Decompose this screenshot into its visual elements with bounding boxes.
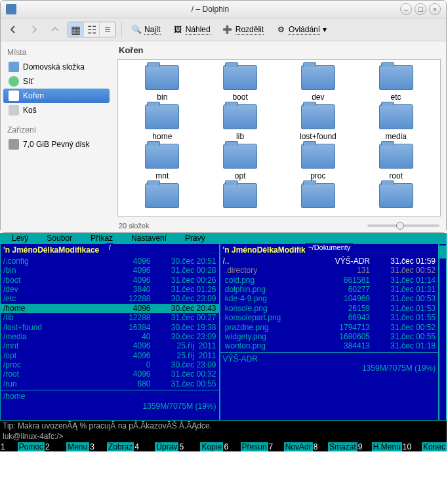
compact-view-button[interactable]: ☷ — [84, 22, 100, 37]
split-button[interactable]: ➕ Rozdělit — [218, 22, 268, 37]
mc-file-row[interactable]: widgety.png168060531.čec 00:55 — [220, 332, 439, 341]
mc-file-row[interactable]: /root409631.čec 00:32 — [1, 369, 219, 379]
folder-item[interactable] — [123, 183, 201, 211]
folder-icon — [145, 183, 179, 208]
mc-menu-left[interactable]: Levý — [3, 234, 37, 243]
folder-icon — [301, 183, 335, 208]
folder-item[interactable]: etc — [357, 65, 435, 102]
mc-file-row[interactable]: dolphin.png6027731.čec 01:31 — [220, 285, 439, 294]
icons-view-button[interactable]: ▦ — [68, 22, 84, 37]
mc-left-panel[interactable]: / 'n JménoDélkaModifikace /.config409630… — [0, 243, 220, 421]
back-button[interactable] — [5, 21, 22, 38]
folder-item[interactable]: mnt — [123, 144, 201, 180]
mc-menu-file[interactable]: Soubor — [37, 234, 81, 243]
details-view-button[interactable]: ≡ — [100, 22, 115, 37]
folder-item[interactable]: bin — [123, 65, 201, 102]
file-view[interactable]: binbootdevetchomeliblost+foundmediamntop… — [117, 59, 441, 217]
folder-item[interactable]: home — [123, 104, 201, 141]
fkey-7[interactable]: 7NovAdr — [268, 442, 313, 451]
mc-file-row[interactable]: wonton.png38441331.čec 01:18 — [220, 341, 439, 350]
slider-thumb[interactable] — [396, 222, 404, 230]
mc-file-row[interactable]: /media4030.čec 23:09 — [1, 332, 219, 341]
mc-file-row[interactable]: /boot409631.čec 00:26 — [1, 276, 219, 285]
mc-file-row[interactable]: prazdne.png179471331.čec 00:52 — [220, 323, 439, 332]
mc-file-row[interactable]: /bin409631.čec 00:28 — [1, 266, 219, 275]
mc-menu-right[interactable]: Pravý — [176, 234, 214, 243]
mc-file-row[interactable]: cold.png86158131.čec 01:14 — [220, 276, 439, 285]
folder-label: opt — [235, 171, 246, 180]
devices-heading: Zařízení — [3, 123, 110, 137]
fkey-3[interactable]: 3Zobraz — [89, 442, 134, 451]
folder-icon — [301, 144, 335, 169]
mc-menu-command[interactable]: Příkaz — [81, 234, 122, 243]
mc-file-row[interactable]: /dev384031.čec 01:26 — [1, 285, 219, 294]
folder-item[interactable]: proc — [279, 144, 357, 180]
sidebar-item-trash[interactable]: Koš — [3, 103, 110, 117]
item-count: 20 složek — [119, 222, 149, 230]
mc-prompt[interactable]: luk@linux-4afc:/> — [0, 431, 447, 442]
fkey-2[interactable]: 2Menu — [45, 442, 89, 451]
folder-item[interactable] — [279, 183, 357, 211]
location-heading: Kořen — [112, 41, 446, 59]
mc-file-row[interactable]: konsolepart.png6694331.čec 01:55 — [220, 313, 439, 322]
sidebar-item-root[interactable]: Kořen — [3, 89, 110, 103]
mc-file-row[interactable]: /mnt409625.říj 2011 — [1, 341, 219, 350]
mc-file-row[interactable]: /proc030.čec 23:09 — [1, 360, 219, 369]
sidebar-item-home[interactable]: Domovská složka — [3, 60, 110, 74]
folder-item[interactable]: root — [357, 144, 435, 180]
mc-file-row[interactable]: /.config409630.čec 20:51 — [1, 257, 219, 266]
fkey-6[interactable]: 6Přesun — [223, 442, 268, 451]
trash-icon — [9, 105, 19, 115]
zoom-slider[interactable] — [367, 224, 439, 227]
close-button[interactable]: × — [429, 3, 441, 15]
sidebar-item-network[interactable]: Síť — [3, 74, 110, 89]
mc-file-row[interactable]: konsole.png2615931.čec 01:53 — [220, 304, 439, 313]
fkey-9[interactable]: 9H.Menu — [357, 442, 402, 451]
mc-right-panel[interactable]: ~/Dokumenty 'n JménoDélkaModifikace /..V… — [220, 243, 439, 421]
mc-menu-settings[interactable]: Nastavení — [122, 234, 176, 243]
folder-icon — [223, 104, 257, 129]
mc-file-row[interactable]: /..VÝŠ-ADR31.čec 01:59 — [220, 257, 439, 266]
mc-file-row[interactable]: /lost+found1638430.čec 19:38 — [1, 323, 219, 332]
folder-item[interactable]: dev — [279, 65, 357, 102]
mc-file-row[interactable]: kde-4-9.png10496931.čec 00:53 — [220, 294, 439, 303]
folder-item[interactable]: media — [357, 104, 435, 141]
folder-label: lib — [236, 132, 244, 141]
statusbar: 20 složek — [112, 219, 446, 232]
sidebar-item-disk[interactable]: 7,0 GiB Pevný disk — [3, 137, 110, 152]
mc-file-row[interactable]: /home409630.čec 20:43 — [1, 304, 219, 313]
control-button[interactable]: ⚙ Ovládání ▾ — [272, 22, 331, 37]
mc-menu[interactable]: Levý Soubor Příkaz Nastavení Pravý — [0, 233, 447, 243]
forward-button[interactable] — [26, 21, 43, 38]
folder-item[interactable] — [201, 183, 279, 211]
mc-file-row[interactable]: /etc1228830.čec 23:09 — [1, 294, 219, 303]
mc-file-row[interactable]: /run68031.čec 00:55 — [1, 379, 219, 388]
mc-file-row[interactable]: /lib1228831.čec 00:27 — [1, 313, 219, 322]
folder-label: home — [152, 132, 172, 141]
folder-item[interactable]: boot — [201, 65, 279, 102]
preview-button[interactable]: 🖼 Náhled — [169, 22, 214, 37]
folder-label: lost+found — [300, 132, 336, 141]
split-icon: ➕ — [222, 24, 233, 35]
fkey-10[interactable]: 10Konec — [402, 442, 447, 451]
toolbar: ▦ ☷ ≡ 🔍 Najít 🖼 Náhled ➕ Rozdělit ⚙ Ovlá… — [1, 18, 446, 41]
fkey-1[interactable]: 1Pomoc — [0, 442, 45, 451]
find-button[interactable]: 🔍 Najít — [127, 22, 165, 37]
minimize-button[interactable]: – — [400, 3, 412, 15]
mc-tip: Tip: Makra uvozenÃĄ % pracujÃ­ na pÅ.Ã­k… — [0, 421, 447, 431]
mc-file-row[interactable]: /opt409625.říj 2011 — [1, 351, 219, 360]
fkey-8[interactable]: 8Smazat — [313, 442, 357, 451]
fkey-4[interactable]: 4Úprav — [134, 442, 178, 451]
mc-right-title: ~/Dokumenty — [305, 243, 353, 252]
mc-file-row[interactable]: .directory13131.čec 00:52 — [220, 266, 439, 275]
folder-item[interactable]: lost+found — [279, 104, 357, 141]
up-button[interactable] — [47, 21, 64, 38]
titlebar[interactable]: / – Dolphin – ☐ × — [1, 1, 446, 18]
fkey-5[interactable]: 5Kopie — [178, 442, 223, 451]
mc-fkeys[interactable]: 1Pomoc2Menu3Zobraz4Úprav5Kopie6Přesun7No… — [0, 442, 447, 451]
folder-item[interactable]: opt — [201, 144, 279, 180]
maximize-button[interactable]: ☐ — [415, 3, 426, 15]
folder-item[interactable] — [357, 183, 435, 211]
folder-item[interactable]: lib — [201, 104, 279, 141]
mc-scrollbar[interactable] — [439, 243, 447, 421]
